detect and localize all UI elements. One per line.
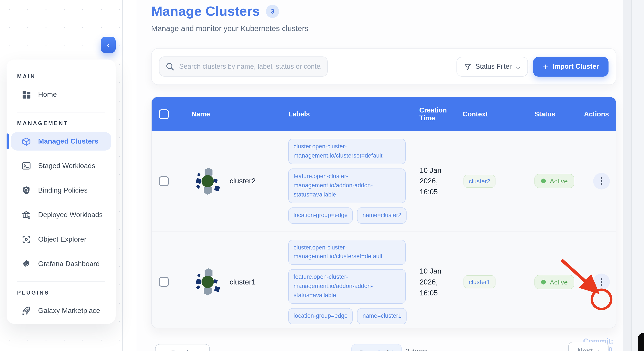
sidebar-item-label: Staged Workloads	[38, 162, 95, 170]
label-chip: cluster.open-cluster-management.io/clust…	[288, 240, 406, 265]
rocket-icon	[22, 306, 31, 316]
sidebar-item-label: Galaxy Marketplace	[38, 307, 100, 315]
sidebar-item-label: Deployed Workloads	[38, 211, 103, 219]
cluster-name[interactable]: cluster1	[230, 276, 272, 288]
right-edge-panel	[631, 0, 644, 351]
cluster-count-badge: 3	[266, 5, 279, 18]
sidebar-item-staged-workloads[interactable]: Staged Workloads	[11, 157, 111, 175]
next-page-button[interactable]: Next ›	[568, 342, 609, 351]
previous-page-button[interactable]: ‹ Previous	[155, 344, 210, 351]
column-header-actions[interactable]: Actions	[575, 110, 616, 118]
sidebar: MAINHomeMANAGEMENTManaged ClustersStaged…	[6, 59, 116, 324]
row-checkbox[interactable]	[159, 176, 169, 186]
sidebar-item-managed-clusters[interactable]: Managed Clusters	[11, 132, 111, 151]
sidebar-item-label: Home	[38, 91, 57, 98]
items-count: 3 items	[406, 348, 428, 351]
pagination-bar: Commit: ebe1c30 ‹ Previous Page 1 of 1 3…	[151, 343, 616, 351]
status-dot-icon	[541, 179, 546, 184]
sidebar-collapse-button[interactable]: ‹	[101, 37, 116, 53]
labels-cell: cluster.open-cluster-management.io/clust…	[277, 232, 408, 328]
page-header: Manage Clusters 3 Manage and monitor you…	[151, 3, 308, 33]
sidebar-item-deployed-workloads[interactable]: Deployed Workloads	[11, 206, 111, 224]
bank-icon	[22, 210, 31, 220]
sidebar-divider	[17, 281, 105, 282]
background-divider-line	[122, 0, 123, 351]
sidebar-item-binding-policies[interactable]: Binding Policies	[11, 181, 111, 200]
chevron-left-icon: ‹	[164, 349, 167, 351]
row-actions-menu-button[interactable]	[593, 274, 610, 290]
status-dot-icon	[541, 280, 546, 285]
import-cluster-button[interactable]: + Import Cluster	[533, 57, 608, 76]
column-header-context[interactable]: Context	[452, 110, 522, 118]
cluster-avatar-icon	[193, 266, 224, 298]
context-chip[interactable]: cluster1	[464, 276, 496, 289]
label-chip: name=cluster1	[357, 308, 407, 324]
creation-time: 10 Jan 2026, 16:05	[408, 266, 452, 298]
label-chip: location-group=edge	[288, 207, 353, 223]
column-header-creation-time[interactable]: Creation Time	[408, 106, 452, 122]
toolbar-card: Status Filter ⌄ + Import Cluster	[151, 48, 616, 85]
search-icon	[165, 62, 175, 71]
table-row: cluster1cluster.open-cluster-management.…	[152, 231, 616, 328]
sidebar-section-title: MAIN	[6, 71, 116, 82]
cluster-name-cell: cluster1	[176, 266, 277, 298]
table-header-row: Name Labels Creation Time Context Status…	[152, 97, 616, 131]
previous-label: Previous	[171, 349, 201, 351]
current-page-number: 1	[377, 349, 381, 351]
cluster-name[interactable]: cluster2	[230, 175, 272, 187]
column-header-status[interactable]: Status	[522, 110, 575, 118]
label-chip: feature.open-cluster-management.io/addon…	[288, 168, 406, 203]
sidebar-item-grafana-dashboard[interactable]: Grafana Dashboard	[11, 255, 111, 273]
sidebar-item-object-explorer[interactable]: Object Explorer	[11, 230, 111, 249]
page-title: Manage Clusters	[151, 3, 260, 19]
status-filter-button[interactable]: Status Filter ⌄	[456, 57, 528, 76]
plus-icon: +	[543, 62, 548, 71]
table-row: cluster2cluster.open-cluster-management.…	[152, 131, 616, 231]
sidebar-section-title: MANAGEMENT	[6, 118, 116, 129]
sidebar-item-label: Object Explorer	[38, 236, 86, 243]
sidebar-section-title: PLUGINS	[6, 287, 116, 299]
grafana-icon	[22, 259, 31, 269]
sidebar-divider	[17, 112, 105, 112]
cluster-name-cell: cluster2	[176, 165, 277, 197]
shield-search-icon	[22, 186, 31, 195]
status-badge: Active	[534, 275, 574, 289]
status-badge: Active	[534, 174, 574, 188]
focus-icon	[22, 235, 31, 244]
cluster-avatar-icon	[193, 165, 224, 197]
cube-icon	[22, 137, 31, 146]
status-filter-label: Status Filter	[475, 63, 512, 70]
labels-cell: cluster.open-cluster-management.io/clust…	[277, 131, 408, 231]
next-label: Next	[578, 347, 592, 351]
chevron-left-icon: ‹	[107, 41, 110, 49]
sidebar-item-home[interactable]: Home	[11, 85, 111, 104]
sidebar-item-galaxy-marketplace[interactable]: Galaxy Marketplace	[11, 302, 111, 320]
clusters-table: Name Labels Creation Time Context Status…	[151, 97, 616, 328]
column-header-labels[interactable]: Labels	[277, 110, 408, 118]
sidebar-item-label: Managed Clusters	[38, 137, 98, 145]
dashboard-icon	[22, 90, 31, 99]
label-chip: cluster.open-cluster-management.io/clust…	[288, 139, 406, 164]
page-subtitle: Manage and monitor your Kubernetes clust…	[151, 24, 308, 33]
sidebar-item-label: Grafana Dashboard	[38, 260, 100, 268]
bottom-right-corner-shape	[638, 333, 644, 351]
row-actions-menu-button[interactable]	[593, 173, 610, 190]
import-cluster-label: Import Cluster	[552, 63, 599, 70]
label-chip: location-group=edge	[288, 308, 353, 324]
sidebar-item-label: Binding Policies	[38, 186, 88, 194]
status-label: Active	[550, 278, 568, 286]
status-label: Active	[550, 177, 568, 185]
creation-time: 10 Jan 2026, 16:05	[408, 165, 452, 197]
filter-funnel-icon	[464, 63, 472, 70]
row-checkbox[interactable]	[159, 277, 169, 287]
label-chip: name=cluster2	[357, 207, 407, 223]
page-indicator: Page 1 of 1	[351, 344, 402, 351]
chevron-down-icon: ⌄	[514, 63, 521, 70]
context-chip[interactable]: cluster2	[464, 175, 496, 188]
chevron-right-icon: ›	[597, 347, 599, 351]
search-input[interactable]	[159, 56, 328, 77]
terminal-icon	[22, 161, 31, 171]
select-all-checkbox[interactable]	[159, 109, 169, 119]
label-chip: feature.open-cluster-management.io/addon…	[288, 269, 406, 304]
column-header-name[interactable]: Name	[176, 110, 277, 118]
